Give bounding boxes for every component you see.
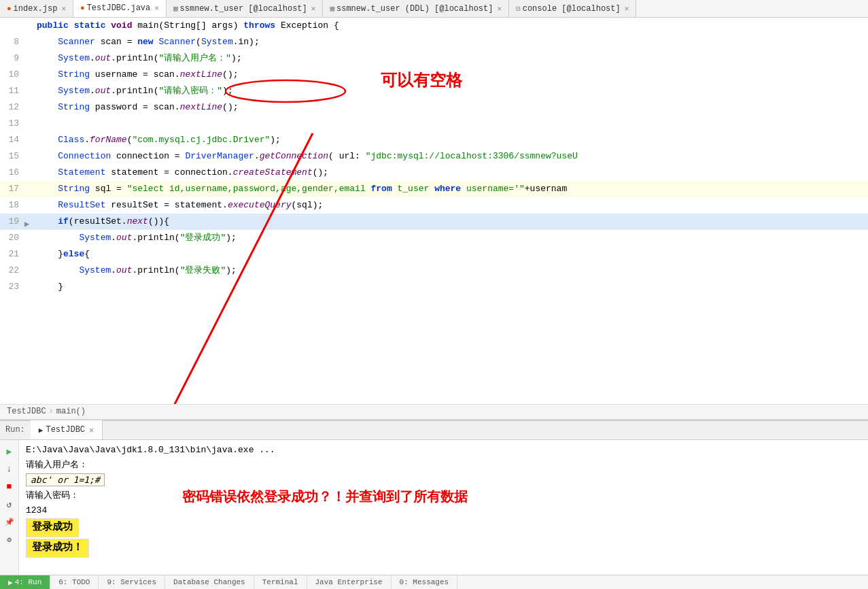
- run-label: Run:: [0, 420, 31, 439]
- run-rerun-btn[interactable]: ↺: [2, 497, 17, 512]
- db-icon-1: ▦: [173, 4, 178, 13]
- code-line-8: 8 Scanner scan = new Scanner(System.in);: [0, 34, 868, 50]
- main-window: ● index.jsp ✕ ● TestJDBC.java ✕ ▦ ssmnew…: [0, 0, 868, 589]
- console-icon: ⊡: [516, 4, 521, 13]
- tab-bar: ● index.jsp ✕ ● TestJDBC.java ✕ ▦ ssmnew…: [0, 0, 868, 18]
- run-settings-btn[interactable]: ⚙: [2, 533, 17, 548]
- status-db-changes[interactable]: Database Changes: [165, 575, 254, 589]
- output-prompt-user: 请输入用户名：: [26, 458, 861, 473]
- annotation-wrong-pwd: 密码错误依然登录成功？！并查询到了所有数据: [182, 489, 468, 504]
- run-panel: Run: ▶ TestJDBC ✕ ▶ ↓ ■ ↺ 📌 ⚙ E:\Java\Ja…: [0, 420, 868, 575]
- code-line-19: 19 ▶ if(resultSet.next()){: [0, 214, 868, 230]
- tab-ssmnew-tuser[interactable]: ▦ ssmnew.t_user [@localhost] ✕: [167, 0, 323, 18]
- code-line-18: 18 ResultSet resultSet = statement.execu…: [0, 197, 868, 214]
- jsp-icon: ●: [7, 5, 12, 13]
- status-run[interactable]: ▶ 4: Run: [0, 575, 50, 589]
- status-java-enterprise[interactable]: Java Enterprise: [307, 575, 392, 589]
- close-tab-3[interactable]: ✕: [497, 4, 502, 13]
- breadcrumb-method: main(): [56, 407, 86, 416]
- run-tab-bar: Run: ▶ TestJDBC ✕: [0, 421, 868, 440]
- close-tab-0[interactable]: ✕: [61, 4, 66, 13]
- run-icon-status: ▶: [8, 578, 13, 587]
- code-line-16: 16 Statement statement = connection.crea…: [0, 165, 868, 181]
- close-tab-2[interactable]: ✕: [311, 4, 316, 13]
- breadcrumb-bar: TestJDBC › main(): [0, 404, 868, 419]
- output-pwd-value: 1234: [26, 503, 861, 518]
- close-run-tab[interactable]: ✕: [89, 425, 94, 435]
- output-login-success-1: 登录成功: [26, 518, 861, 537]
- code-line-9: 9 System.out.println("请输入用户名：");: [0, 50, 868, 67]
- output-path: E:\Java\Java\Java\jdk1.8.0_131\bin\java.…: [26, 443, 861, 458]
- status-messages[interactable]: 0: Messages: [392, 575, 458, 589]
- tab-console[interactable]: ⊡ console [@localhost] ✕: [509, 0, 636, 18]
- output-login-success-2: 登录成功！: [26, 539, 861, 558]
- close-tab-4[interactable]: ✕: [625, 4, 629, 13]
- status-bar: ▶ 4: Run 6: TODO 9: Services Database Ch…: [0, 575, 868, 589]
- code-line-header: public static void main(String[] args) t…: [0, 18, 868, 34]
- tab-ssmnew-ddl[interactable]: ▦ ssmnew.t_user (DDL) [@localhost] ✕: [323, 0, 509, 18]
- db-icon-2: ▦: [330, 4, 334, 13]
- tab-index-jsp[interactable]: ● index.jsp ✕: [0, 0, 73, 18]
- breadcrumb-sep: ›: [49, 407, 54, 416]
- run-pin-btn[interactable]: 📌: [2, 515, 17, 530]
- run-output: E:\Java\Java\Java\jdk1.8.0_131\bin\java.…: [19, 440, 868, 575]
- run-down-btn[interactable]: ↓: [2, 462, 17, 477]
- status-terminal[interactable]: Terminal: [254, 575, 307, 589]
- run-body: ▶ ↓ ■ ↺ 📌 ⚙ E:\Java\Java\Java\jdk1.8.0_1…: [0, 440, 868, 575]
- annotation-can-have-spaces: 可以有空格: [381, 69, 462, 91]
- run-icon: ▶: [39, 426, 44, 435]
- breadcrumb-class: TestJDBC: [7, 407, 46, 416]
- code-line-13: 13: [0, 116, 868, 132]
- run-stop-btn[interactable]: ■: [2, 479, 17, 494]
- code-line-20: 20 System.out.println("登录成功");: [0, 230, 868, 246]
- code-line-12: 12 String password = scan.nextLine();: [0, 99, 868, 116]
- code-line-22: 22 System.out.println("登录失败");: [0, 263, 868, 279]
- tab-testjdbc[interactable]: ● TestJDBC.java ✕: [73, 0, 167, 18]
- status-todo[interactable]: 6: TODO: [50, 575, 99, 589]
- code-line-17: 17 String sql = "select id,username,pass…: [0, 181, 868, 197]
- code-line-15: 15 Connection connection = DriverManager…: [0, 148, 868, 165]
- run-tab-testjdbc[interactable]: ▶ TestJDBC ✕: [31, 420, 103, 439]
- code-line-23: 23 }: [0, 279, 868, 295]
- run-controls: ▶ ↓ ■ ↺ 📌 ⚙: [0, 440, 19, 575]
- output-input-sql-injection: abc' or 1=1;#: [26, 473, 861, 488]
- close-tab-1[interactable]: ✕: [154, 3, 159, 12]
- java-icon: ●: [80, 4, 85, 12]
- code-line-21: 21 }else{: [0, 246, 868, 263]
- run-play-btn[interactable]: ▶: [2, 444, 17, 459]
- status-services[interactable]: 9: Services: [99, 575, 165, 589]
- code-line-14: 14 Class.forName("com.mysql.cj.jdbc.Driv…: [0, 132, 868, 148]
